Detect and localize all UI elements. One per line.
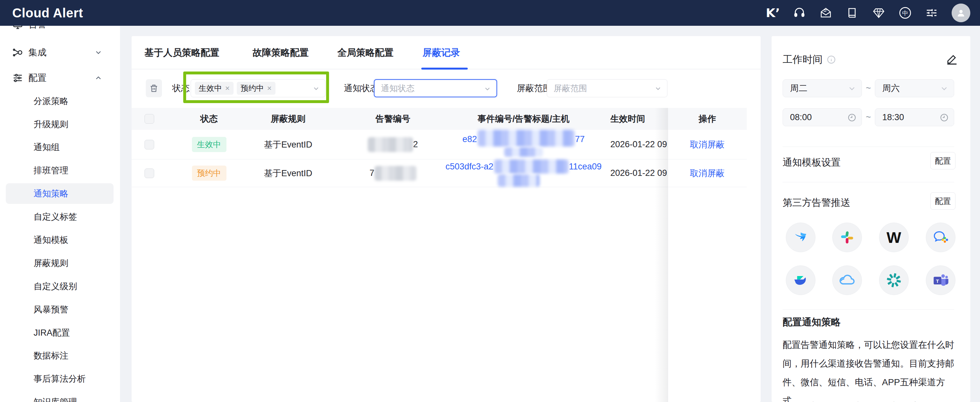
sidebar-item-custom-levels[interactable]: 自定义级别 — [0, 276, 120, 297]
table-row: 预约中 基于EventID 7 c503dfc3-a2 11cea09 2026… — [132, 160, 747, 187]
lark-icon[interactable] — [786, 266, 816, 295]
tab-bar: 基于人员策略配置 故障策略配置 全局策略配置 屏蔽记录 — [132, 36, 760, 69]
support-headset-icon[interactable] — [793, 6, 806, 19]
main-content-card: 基于人员策略配置 故障策略配置 全局策略配置 屏蔽记录 状态 生效中 × 预约中… — [132, 36, 760, 402]
day-to-select[interactable]: 周六 — [875, 79, 954, 97]
policy-help-description: 配置告警通知策略，可以让您设置在什么时间，用什么渠道接收告警通知。目前支持邮件、… — [783, 336, 956, 402]
tag-close-icon[interactable]: × — [225, 84, 230, 93]
docs-book-icon[interactable] — [846, 6, 859, 19]
cancel-shield-link[interactable]: 取消屏蔽 — [690, 139, 725, 150]
diamond-icon[interactable] — [872, 6, 885, 19]
integration-icon — [12, 47, 23, 58]
sidebar-item-escalation-rules[interactable]: 升级规则 — [0, 114, 120, 135]
push-config-button[interactable]: 配置 — [930, 192, 956, 210]
pinwheel-icon[interactable] — [879, 266, 909, 295]
work-time-title: 工作时间 — [783, 53, 836, 66]
status-tag-active[interactable]: 生效中 × — [195, 82, 234, 95]
sidebar-item-integrations[interactable]: 集成 — [0, 42, 120, 63]
sidebar-item-knowledge-base[interactable]: 知识库管理 — [0, 392, 120, 402]
sidebar-item-config[interactable]: 配置 — [0, 68, 120, 88]
tab-incident-policy[interactable]: 故障策略配置 — [253, 36, 309, 69]
mail-icon[interactable] — [819, 6, 832, 19]
redacted-event-sub — [504, 147, 543, 157]
sidebar-item-notify-group[interactable]: 通知组 — [0, 137, 120, 158]
tag-close-icon[interactable]: × — [267, 84, 272, 93]
time-to-input[interactable]: 18:30 — [875, 108, 954, 126]
row-checkbox[interactable] — [145, 168, 154, 178]
chevron-down-icon — [940, 84, 949, 93]
notify-filter-label: 通知状态 — [344, 79, 379, 98]
redacted-alert-number — [374, 166, 417, 181]
tab-global-policy[interactable]: 全局策略配置 — [337, 36, 393, 69]
slack-icon[interactable] — [832, 223, 862, 252]
sidebar-item-dispatch-policy[interactable]: 分派策略 — [0, 91, 120, 111]
sidebar-item-jira-config[interactable]: JIRA配置 — [0, 323, 120, 343]
chevron-down-icon — [848, 84, 856, 93]
col-effective-time: 生效时间 — [610, 113, 645, 125]
chevron-up-icon — [94, 74, 103, 82]
tab-person-policy[interactable]: 基于人员策略配置 — [145, 36, 220, 69]
status-tag-scheduled[interactable]: 预约中 × — [237, 82, 275, 95]
template-config-button[interactable]: 配置 — [930, 152, 956, 169]
status-badge: 生效中 — [192, 137, 226, 152]
rule-cell: 基于EventID — [264, 139, 312, 150]
clock-icon — [940, 113, 949, 122]
teams-icon[interactable]: T — [926, 266, 956, 295]
sliders-icon — [12, 73, 23, 84]
time-from-input[interactable]: 08:00 — [783, 108, 862, 126]
app-title: Cloud Alert — [12, 6, 83, 20]
user-avatar[interactable] — [951, 3, 970, 22]
brand-k-icon[interactable]: K’ — [767, 6, 780, 19]
svg-text:T: T — [936, 278, 939, 284]
status-filter-select[interactable]: 生效中 × 预约中 × — [191, 79, 326, 97]
scope-filter-label: 屏蔽范围 — [517, 79, 552, 98]
cloud-icon[interactable] — [832, 266, 862, 295]
rule-cell: 基于EventID — [264, 168, 312, 179]
event-id-link[interactable]: e82 77 — [462, 132, 584, 147]
sidebar-item-notify-template[interactable]: 通知模板 — [0, 229, 120, 250]
day-from-select[interactable]: 周二 — [783, 79, 862, 97]
row-checkbox[interactable] — [145, 140, 154, 149]
policy-help-ps: PS: 开启APP的语音通知，安卓手机端需要开 — [783, 397, 956, 402]
webhook-w-icon[interactable]: W — [879, 223, 909, 252]
cancel-shield-link[interactable]: 取消屏蔽 — [690, 168, 725, 179]
third-party-push-title: 第三方告警推送 — [783, 196, 850, 209]
event-id-link[interactable]: c503dfc3-a2 11cea09 — [445, 160, 601, 174]
time-range-separator: ~ — [865, 112, 872, 122]
chevron-down-icon — [94, 48, 103, 57]
sidebar-item-shield-rules[interactable]: 屏蔽规则 — [0, 253, 120, 274]
sidebar-item-notify-policy[interactable]: 通知策略 — [0, 183, 120, 204]
sidebar-item-postmortem-analysis[interactable]: 事后算法分析 — [0, 369, 120, 389]
sidebar-item-alerts[interactable]: 告警 — [0, 26, 120, 35]
redacted-event-id — [478, 130, 574, 147]
redacted-event-id — [494, 160, 568, 174]
sidebar-item-shift-management[interactable]: 排班管理 — [0, 160, 120, 181]
day-range-separator: ~ — [865, 84, 872, 93]
table-row: 生效中 基于EventID 2 e82 77 2026-01-22 09:30 … — [132, 130, 747, 160]
edit-pencil-icon[interactable] — [946, 53, 959, 66]
fixed-column-divider — [668, 108, 668, 402]
top-bar: Cloud Alert K’ 中 — [0, 0, 980, 26]
dingtalk-icon[interactable] — [786, 223, 816, 252]
notify-template-title: 通知模板设置 — [783, 156, 841, 169]
chevron-down-icon — [312, 85, 320, 92]
tab-shield-records[interactable]: 屏蔽记录 — [423, 36, 460, 69]
sidebar-item-storm-warning[interactable]: 风暴预警 — [0, 299, 120, 320]
trash-icon — [149, 84, 159, 93]
shield-scope-select[interactable]: 屏蔽范围 — [547, 79, 667, 97]
sidebar-item-custom-tags[interactable]: 自定义标签 — [0, 206, 120, 227]
wecom-icon[interactable] — [926, 223, 956, 252]
settings-panel: 工作时间 周二 ~ 周六 08:00 ~ 18:30 通知模板设置 配置 第三方… — [772, 36, 970, 402]
select-all-checkbox[interactable] — [145, 114, 154, 124]
chevron-down-icon — [484, 85, 491, 93]
notify-status-select[interactable]: 通知状态 — [374, 79, 497, 97]
filter-bar: 状态 生效中 × 预约中 × 通知状态 通知状态 屏蔽范围 屏蔽范围 — [132, 79, 760, 98]
language-char: 中 — [902, 9, 908, 16]
delete-button[interactable] — [146, 79, 162, 97]
divider — [783, 182, 954, 182]
language-icon[interactable]: 中 — [899, 6, 912, 19]
sidebar-item-data-annotation[interactable]: 数据标注 — [0, 345, 120, 366]
col-status: 状态 — [200, 113, 218, 125]
redacted-alert-number — [368, 137, 413, 152]
settings-sliders-icon[interactable] — [925, 6, 938, 19]
